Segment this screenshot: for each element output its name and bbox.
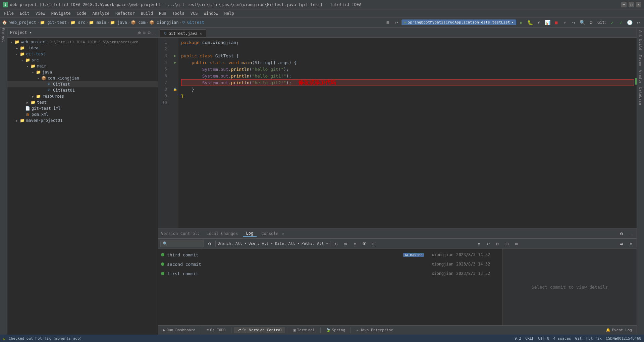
- git-commit-btn[interactable]: ✓: [608, 19, 616, 26]
- tree-src[interactable]: ▾ 📁 src: [7, 57, 158, 63]
- sort-btn[interactable]: ↕: [351, 240, 359, 247]
- breadcrumb-git-test[interactable]: 📁 git-test: [40, 20, 67, 25]
- tree-maven-project[interactable]: ▶ 📁 maven-project01: [7, 117, 158, 124]
- branch-filter[interactable]: Branch: All ▾: [218, 241, 247, 246]
- export-btn[interactable]: ⊞: [370, 240, 377, 247]
- cherry-pick-btn[interactable]: ⊕: [342, 240, 349, 247]
- breadcrumb-xiongjian[interactable]: 📦 xiongjian: [149, 20, 178, 25]
- menu-vcs[interactable]: VCS: [188, 10, 201, 16]
- date-filter[interactable]: Date: All ▾: [275, 241, 300, 246]
- redo-btn[interactable]: ↪: [570, 19, 577, 26]
- menu-run[interactable]: Run: [156, 10, 169, 16]
- breadcrumb-com[interactable]: 📦 com: [131, 20, 146, 25]
- run-config-selector[interactable]: ▶ SpringbootMybatisCrudApplicationTests.…: [401, 19, 516, 25]
- breadcrumb-web-project[interactable]: 🏠 web_project: [2, 20, 36, 25]
- close-button[interactable]: ✕: [636, 2, 641, 7]
- database-tab[interactable]: Database: [637, 85, 644, 107]
- run-button[interactable]: ▶: [518, 19, 525, 26]
- java-enterprise-btn[interactable]: ☕ Java Enterprise: [354, 327, 396, 333]
- tree-iml[interactable]: ▶ 📄 git-test.iml: [7, 105, 158, 111]
- breadcrumb-gittest[interactable]: © GitTest: [182, 20, 204, 25]
- run-with-coverage-btn[interactable]: ⚡: [535, 19, 542, 26]
- locate-btn[interactable]: ⊕: [138, 30, 141, 35]
- vc-minimize-btn[interactable]: —: [627, 230, 634, 237]
- status-indent[interactable]: 4 spaces: [553, 336, 571, 341]
- menu-edit[interactable]: Edit: [17, 10, 32, 16]
- user-filter[interactable]: User: All ▾: [249, 241, 273, 246]
- commit-row-third[interactable]: third commit 🏷 master xiongjian 2023/8/3…: [158, 250, 502, 259]
- gutter-3[interactable]: ▶: [172, 52, 178, 59]
- editor-tab-gittest[interactable]: © GitTest.java ✕: [160, 30, 206, 37]
- breadcrumb-src[interactable]: 📁 src: [70, 20, 85, 25]
- vc-tab-console[interactable]: Console ✕: [258, 231, 287, 237]
- vc-tool1[interactable]: ↕: [475, 240, 483, 247]
- code-editor[interactable]: 1 2 3 4 5 6 7 8 9 10 ▶ ▶: [158, 38, 637, 228]
- status-line-sep[interactable]: CRLF: [525, 336, 534, 341]
- commit-row-first[interactable]: first commit xiongjian 2023/8/3 13:52: [158, 269, 502, 278]
- settings-btn[interactable]: ⚙: [587, 19, 595, 26]
- status-encoding[interactable]: UTF-8: [538, 336, 549, 341]
- status-git-branch[interactable]: Git: hot-fix: [575, 336, 602, 341]
- tree-main[interactable]: ▾ 📁 main: [7, 63, 158, 69]
- maven-tab[interactable]: Maven: [637, 53, 644, 68]
- menu-code[interactable]: Code: [74, 10, 89, 16]
- menu-build[interactable]: Build: [138, 10, 156, 16]
- tree-gittest[interactable]: ▶ © GitTest: [7, 81, 158, 87]
- vc-settings2-btn[interactable]: ↕: [627, 240, 635, 247]
- tree-package[interactable]: ▾ 📦 com.xiongjian: [7, 75, 158, 81]
- vc-split-btn[interactable]: ⊡: [494, 240, 501, 247]
- vc-split2-btn[interactable]: ⊟: [503, 240, 511, 247]
- git-push-btn[interactable]: ✓: [617, 19, 625, 26]
- tree-git-test[interactable]: ▾ 📁 git-test: [7, 51, 158, 57]
- vc-align-btn[interactable]: ⇌: [618, 240, 625, 247]
- maximize-button[interactable]: □: [629, 2, 634, 7]
- menu-tools[interactable]: Tools: [170, 10, 187, 16]
- debug-button[interactable]: 🐛: [526, 19, 534, 26]
- profile-btn[interactable]: 📊: [544, 19, 551, 26]
- search-everywhere-btn[interactable]: 🔍: [579, 19, 586, 26]
- console-close-btn[interactable]: ✕: [282, 232, 284, 236]
- undo-btn[interactable]: ↩: [561, 19, 569, 26]
- vc-undo-btn[interactable]: ↩: [485, 240, 492, 247]
- vc-search-input[interactable]: [168, 240, 201, 247]
- vc-settings-btn[interactable]: ⚙: [618, 230, 625, 237]
- menu-analyze[interactable]: Analyze: [90, 10, 112, 16]
- tree-test[interactable]: ▶ 📁 test: [7, 99, 158, 105]
- tree-gittest01[interactable]: ▶ © GitTest01: [7, 87, 158, 93]
- commit-row-second[interactable]: second commit xiongjian 2023/8/3 14:32: [158, 259, 502, 269]
- ant-build-tab[interactable]: Ant Build: [637, 28, 644, 53]
- tree-pom[interactable]: ▶ m pom.xml: [7, 111, 158, 117]
- stop-btn[interactable]: ■: [552, 19, 560, 26]
- toolbar-layout-btn[interactable]: ⊞: [384, 19, 391, 26]
- terminal-btn[interactable]: ▣ Terminal: [291, 327, 318, 333]
- paths-filter[interactable]: Paths: All ▾: [302, 241, 328, 246]
- vc-tab-local-changes[interactable]: Local Changes: [203, 231, 241, 237]
- menu-refactor[interactable]: Refactor: [113, 10, 138, 16]
- collapse-all-btn[interactable]: ≡: [143, 30, 146, 35]
- menu-view[interactable]: View: [33, 10, 48, 16]
- vc-split3-btn[interactable]: ⊞: [513, 240, 520, 247]
- tree-java[interactable]: ▾ 📁 java: [7, 69, 158, 75]
- tab-close-btn[interactable]: ✕: [200, 32, 202, 36]
- refresh-btn[interactable]: ↻: [332, 240, 340, 247]
- gradle-tab[interactable]: Gradle: [637, 68, 644, 86]
- menu-help[interactable]: Help: [222, 10, 237, 16]
- eye-btn[interactable]: 👁: [361, 240, 368, 247]
- status-position[interactable]: 9:2: [515, 336, 521, 341]
- todo-btn[interactable]: ≡ 6: TODO: [204, 327, 228, 333]
- vc-tab-log[interactable]: Log: [243, 230, 257, 237]
- vc-filter-btn[interactable]: ⚙: [206, 240, 213, 247]
- settings-panel-btn[interactable]: ⚙: [148, 30, 150, 35]
- tree-root[interactable]: ▾ 📁 web_project D:\IntelliJ IDEA 2018.3.…: [7, 39, 158, 45]
- project-tool-btn[interactable]: 1: Project: [1, 29, 7, 35]
- menu-file[interactable]: File: [1, 10, 16, 16]
- gutter-4[interactable]: ▶: [172, 59, 178, 66]
- menu-window[interactable]: Window: [201, 10, 221, 16]
- breadcrumb-main[interactable]: 📁 main: [89, 20, 106, 25]
- tree-resources[interactable]: ▶ 📁 resources: [7, 93, 158, 99]
- menu-navigate[interactable]: Navigate: [49, 10, 73, 16]
- minimize-button[interactable]: ─: [621, 2, 627, 7]
- tree-idea[interactable]: ▶ 📁 .idea: [7, 45, 158, 51]
- git-history-btn[interactable]: 🕐: [626, 19, 633, 26]
- version-control-btn[interactable]: ⎇ 9: Version Control: [234, 327, 285, 333]
